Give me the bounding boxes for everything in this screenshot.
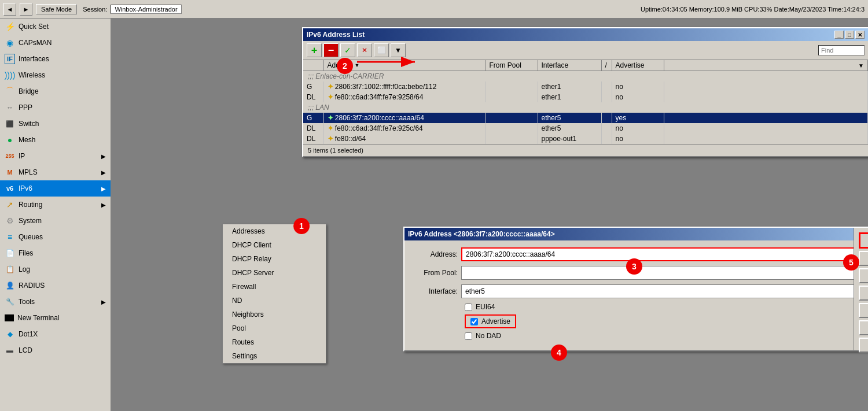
sidebar-label: Quick Set	[19, 23, 49, 31]
quick-set-icon: ⚡	[5, 21, 15, 32]
window-controls: _ □ ✕	[834, 31, 865, 39]
menu-item-nd[interactable]: ND	[223, 294, 326, 308]
table-row[interactable]: DL ✦ fe80::c6ad:34ff:fe7e:925c/64 ether5…	[303, 123, 868, 134]
table-group-row: ;;; Enlace-con-CARRIER	[303, 71, 868, 82]
sidebar: ⚡ Quick Set ◉ CAPsMAN IF Interfaces ))))…	[0, 18, 111, 411]
sidebar-item-queues[interactable]: ≡ Queues	[0, 229, 111, 245]
sidebar-item-system[interactable]: ⚙ System	[0, 213, 111, 229]
sidebar-item-capsman[interactable]: ◉ CAPsMAN	[0, 35, 111, 51]
filter-button[interactable]: ▼	[391, 43, 406, 57]
ip-icon: 255	[5, 151, 15, 161]
minimize-button[interactable]: _	[834, 31, 844, 39]
sidebar-item-dot1x[interactable]: ◆ Dot1X	[0, 326, 111, 342]
sidebar-label: Queues	[19, 233, 43, 241]
table-row[interactable]: DL ✦ fe80::c6ad:34ff:fe7e:9258/64 ether1…	[303, 92, 868, 102]
disable-button[interactable]: Disable	[859, 286, 868, 301]
sidebar-item-ip[interactable]: 255 IP ▶	[0, 148, 111, 164]
comment-button[interactable]: Comment	[859, 303, 868, 318]
cancel-button[interactable]: Cancel	[859, 251, 868, 266]
sidebar-item-routing[interactable]: ↗ Routing ▶	[0, 197, 111, 213]
row-address: ✦ 2806:3f7:a200:cccc::aaaa/64	[323, 113, 486, 123]
row-flag: G	[303, 113, 323, 123]
safe-mode-button[interactable]: Safe Mode	[36, 4, 77, 14]
ipv6-list-toolbar: + − ✓ ✕ ⬜ ▼	[303, 41, 868, 60]
sidebar-item-quick-set[interactable]: ⚡ Quick Set	[0, 18, 111, 35]
table-row[interactable]: G ✦ 2806:3f7:1002::ffff:f0ca:bebe/112 et…	[303, 82, 868, 92]
col-address[interactable]: Address ▼	[323, 60, 486, 71]
find-input[interactable]	[818, 45, 865, 55]
list-status-bar: 5 items (1 selected)	[303, 144, 868, 156]
enable-button[interactable]: ✓	[340, 43, 355, 57]
sidebar-label: Files	[19, 249, 33, 257]
forward-button[interactable]: ►	[20, 3, 32, 16]
col-advertise[interactable]: Advertise	[612, 60, 664, 71]
files-icon: 📄	[5, 248, 15, 258]
menu-item-settings[interactable]: Settings	[223, 349, 326, 363]
sidebar-item-mesh[interactable]: ● Mesh	[0, 132, 111, 148]
sidebar-item-tools[interactable]: 🔧 Tools ▶	[0, 294, 111, 310]
menu-item-firewall[interactable]: Firewall	[223, 280, 326, 294]
remove-button[interactable]: −	[323, 43, 339, 57]
row-interface: ether1	[538, 92, 601, 102]
menu-item-routes[interactable]: Routes	[223, 335, 326, 349]
ipv6-list-title: IPv6 Address List	[307, 31, 365, 39]
ipv6-list-titlebar: IPv6 Address List _ □ ✕	[303, 28, 868, 41]
row-sep	[601, 113, 612, 123]
sidebar-item-radius[interactable]: 👤 RADIUS	[0, 277, 111, 294]
remove-button[interactable]: Remove	[859, 338, 868, 353]
maximize-button[interactable]: □	[845, 31, 854, 39]
advertise-checkbox[interactable]	[470, 318, 478, 325]
sidebar-item-log[interactable]: 📋 Log	[0, 261, 111, 277]
address-label: Address:	[411, 250, 458, 258]
from-pool-select-wrapper: ▼	[461, 266, 868, 280]
sidebar-item-interfaces[interactable]: IF Interfaces	[0, 51, 111, 67]
sidebar-item-switch[interactable]: ⬛ Switch	[0, 116, 111, 132]
menu-item-neighbors[interactable]: Neighbors	[223, 308, 326, 321]
ppp-icon: ↔	[5, 102, 15, 113]
advertise-row: Advertise	[465, 314, 868, 328]
row-interface: ether5	[538, 123, 601, 134]
copy-button[interactable]: Copy	[859, 320, 868, 335]
sidebar-item-mpls[interactable]: M MPLS ▶	[0, 164, 111, 180]
sidebar-label: Tools	[19, 298, 35, 306]
col-from-pool[interactable]: From Pool	[486, 60, 538, 71]
no-dad-checkbox[interactable]	[465, 332, 472, 340]
menu-item-dhcp-relay[interactable]: DHCP Relay	[223, 252, 326, 266]
menu-item-dhcp-server[interactable]: DHCP Server	[223, 266, 326, 280]
back-button[interactable]: ◄	[3, 3, 16, 16]
sidebar-item-new-terminal[interactable]: New Terminal	[0, 310, 111, 326]
table-row[interactable]: G ✦ 2806:3f7:a200:cccc::aaaa/64 ether5 y…	[303, 113, 868, 123]
sidebar-item-files[interactable]: 📄 Files	[0, 245, 111, 261]
menu-item-pool[interactable]: Pool	[223, 321, 326, 335]
sidebar-item-lcd[interactable]: ▬ LCD	[0, 342, 111, 358]
eui64-checkbox[interactable]	[465, 303, 472, 311]
sidebar-label: LCD	[19, 346, 32, 354]
address-input[interactable]	[461, 247, 868, 261]
sidebar-item-wireless[interactable]: )))) Wireless	[0, 67, 111, 83]
copy-button[interactable]: ⬜	[374, 43, 389, 57]
from-pool-row: From Pool: ▼	[411, 266, 868, 280]
sidebar-item-ppp[interactable]: ↔ PPP	[0, 99, 111, 116]
disable-button[interactable]: ✕	[357, 43, 372, 57]
col-flag	[303, 60, 323, 71]
ok-button[interactable]: OK	[859, 232, 868, 249]
sidebar-item-ipv6[interactable]: v6 IPv6 ▶	[0, 180, 111, 197]
from-pool-select[interactable]	[461, 266, 868, 280]
interface-select[interactable]	[461, 284, 868, 298]
add-button[interactable]: +	[307, 43, 322, 57]
row-from-pool	[486, 82, 538, 92]
close-button[interactable]: ✕	[855, 31, 865, 39]
sidebar-item-bridge[interactable]: ⌒ Bridge	[0, 83, 111, 99]
menu-item-dhcp-client[interactable]: DHCP Client	[223, 238, 326, 252]
ipv6-detail-titlebar: IPv6 Address <2806:3f7:a200:cccc::aaaa/6…	[404, 228, 868, 240]
table-row[interactable]: DL ✦ fe80::d/64 pppoe-out1 no	[303, 134, 868, 144]
address-table: Address ▼ From Pool Interface / Advertis…	[303, 60, 868, 144]
col-interface[interactable]: Interface	[538, 60, 601, 71]
ipv6-detail-window: IPv6 Address <2806:3f7:a200:cccc::aaaa/6…	[403, 227, 868, 351]
apply-button[interactable]: Apply	[859, 268, 868, 283]
terminal-icon	[5, 314, 14, 321]
row-from-pool	[486, 92, 538, 102]
row-from-pool	[486, 123, 538, 134]
menu-item-addresses[interactable]: Addresses	[223, 224, 326, 238]
session-value: Winbox-Administrador	[111, 5, 181, 14]
